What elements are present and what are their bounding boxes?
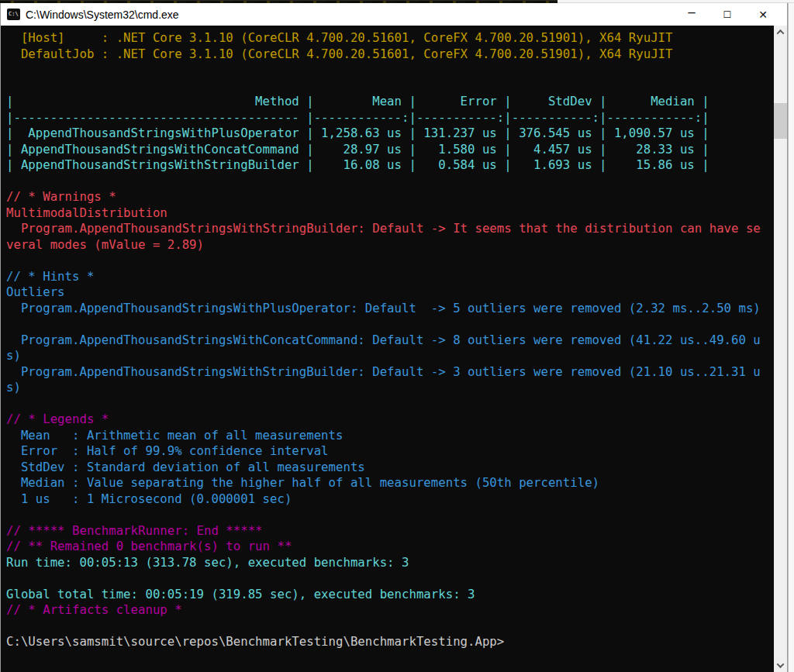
- terminal-line: | AppendThousandStringsWithPlusOperator …: [6, 126, 787, 142]
- title-bar: C:\ C:\Windows\System32\cmd.exe ─ ☐ ✕: [1, 3, 787, 26]
- terminal-line: [6, 174, 787, 190]
- terminal-line: [6, 78, 787, 95]
- terminal-line: [6, 62, 787, 78]
- terminal-line: // ** Remained 0 benchmark(s) to run **: [6, 539, 787, 555]
- caption-buttons: ─ ☐ ✕: [674, 3, 781, 26]
- screen: C:\ C:\Windows\System32\cmd.exe ─ ☐ ✕ [H…: [0, 0, 794, 672]
- terminal-line: | Method | Mean | Error | StdDev | Media…: [6, 94, 787, 110]
- terminal-line: [6, 316, 787, 333]
- minimize-button[interactable]: ─: [674, 3, 709, 26]
- terminal-line: s): [6, 348, 787, 364]
- scrollbar-track[interactable]: [774, 39, 787, 659]
- terminal-line: [6, 570, 787, 587]
- minimize-icon: ─: [688, 6, 695, 20]
- chevron-up-icon: [777, 29, 785, 37]
- terminal-line: [6, 507, 787, 523]
- scroll-down-button[interactable]: [774, 659, 787, 672]
- console-area[interactable]: [Host] : .NET Core 3.1.10 (CoreCLR 4.700…: [1, 26, 787, 672]
- terminal-line: Outliers: [6, 284, 787, 301]
- terminal-line: Mean : Arithmetic mean of all measuremen…: [6, 428, 787, 444]
- terminal-line: [Host] : .NET Core 3.1.10 (CoreCLR 4.700…: [6, 30, 787, 47]
- cmd-prompt-icon: C:\: [7, 9, 20, 20]
- terminal-line: Run time: 00:05:13 (313.78 sec), execute…: [6, 555, 787, 571]
- scrollbar-thumb[interactable]: [774, 103, 787, 139]
- scrollbar[interactable]: [774, 26, 787, 672]
- terminal-line: [6, 253, 787, 269]
- maximize-button[interactable]: ☐: [709, 3, 745, 26]
- desktop-gap: [788, 3, 794, 672]
- terminal-output: [Host] : .NET Core 3.1.10 (CoreCLR 4.700…: [1, 26, 787, 650]
- terminal-line: [6, 619, 787, 635]
- terminal-line: C:\Users\samsmit\source\repos\BenchmarkT…: [6, 634, 787, 650]
- terminal-line: StdDev : Standard deviation of all measu…: [6, 460, 787, 476]
- terminal-line: // * Artifacts cleanup *: [6, 602, 787, 619]
- terminal-line: Error : Half of 99.9% confidence interva…: [6, 443, 787, 460]
- terminal-line: // ***** BenchmarkRunner: End *****: [6, 523, 787, 539]
- terminal-line: Program.AppendThousandStringsWithStringB…: [6, 364, 787, 381]
- close-icon: ✕: [758, 9, 768, 21]
- terminal-line: veral modes (mValue = 2.89): [6, 237, 787, 253]
- terminal-line: [6, 396, 787, 412]
- terminal-line: // * Legends *: [6, 412, 787, 428]
- terminal-line: DefaultJob : .NET Core 3.1.10 (CoreCLR 4…: [6, 47, 787, 63]
- terminal-line: Program.AppendThousandStringsWithPlusOpe…: [6, 301, 787, 317]
- scroll-up-button[interactable]: [774, 26, 787, 39]
- cmd-window: C:\ C:\Windows\System32\cmd.exe ─ ☐ ✕ [H…: [0, 3, 788, 672]
- terminal-line: | AppendThousandStringsWithConcatCommand…: [6, 142, 787, 158]
- close-button[interactable]: ✕: [745, 3, 781, 26]
- window-title: C:\Windows\System32\cmd.exe: [26, 9, 674, 21]
- terminal-line: MultimodalDistribution: [6, 205, 787, 222]
- terminal-line: Program.AppendThousandStringsWithStringB…: [6, 221, 787, 237]
- chevron-down-icon: [777, 660, 785, 668]
- terminal-line: |---------------------------------------…: [6, 110, 787, 126]
- terminal-line: Median : Value separating the higher hal…: [6, 475, 787, 491]
- maximize-icon: ☐: [723, 9, 732, 20]
- terminal-line: // * Hints *: [6, 269, 787, 285]
- terminal-line: // * Warnings *: [6, 189, 787, 205]
- terminal-line: Program.AppendThousandStringsWithConcatC…: [6, 333, 787, 349]
- terminal-line: Global total time: 00:05:19 (319.85 sec)…: [6, 587, 787, 603]
- terminal-line: s): [6, 380, 787, 396]
- terminal-line: | AppendThousandStringsWithStringBuilder…: [6, 157, 787, 174]
- terminal-line: 1 us : 1 Microsecond (0.000001 sec): [6, 491, 787, 508]
